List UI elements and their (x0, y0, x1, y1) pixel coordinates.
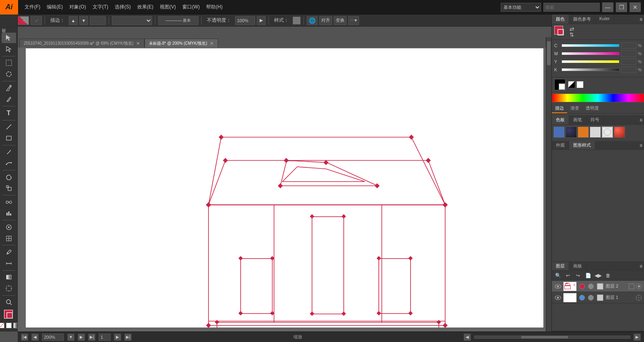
swatch-blue[interactable] (553, 126, 565, 138)
search-input[interactable] (543, 3, 600, 12)
page-input[interactable] (99, 334, 111, 341)
extra-btn[interactable]: ⋯▾ (348, 16, 359, 25)
layers-menu-btn[interactable]: ≡ (586, 262, 644, 270)
appearance-menu-btn[interactable]: ≡ (595, 141, 644, 149)
kuler-tab[interactable]: Kuler (595, 15, 614, 24)
opacity-input[interactable]: 100% (235, 16, 255, 25)
layer1-visibility-icon[interactable] (554, 294, 561, 301)
stroke-sub-tab[interactable]: 描边 (552, 104, 567, 113)
symbols-tab[interactable]: 符号 (586, 115, 604, 124)
graphic-style-tab[interactable]: 图形样式 (569, 141, 595, 149)
m-input[interactable] (621, 50, 636, 57)
stroke-color-btn[interactable]: ⟋ (18, 16, 29, 25)
y-input[interactable] (621, 58, 636, 65)
page-last-btn[interactable]: ▶| (124, 334, 132, 341)
layer-find-btn[interactable]: 🔍 (553, 272, 562, 279)
magic-wand-btn[interactable] (2, 58, 16, 68)
menu-window[interactable]: 窗口(W) (179, 0, 203, 14)
switch-arrows[interactable]: ⇄ ⇄ (570, 26, 574, 38)
gradient-tool-btn[interactable] (2, 272, 16, 282)
scrollbar-thumb[interactable] (547, 41, 551, 65)
scale-tool-btn[interactable] (2, 183, 16, 193)
page-next-btn[interactable]: ▶ (114, 334, 121, 341)
transparency-sub-tab[interactable]: 透明度 (582, 104, 602, 113)
fill-stroke-indicator[interactable] (554, 26, 568, 38)
rect-tool-btn[interactable] (2, 133, 16, 143)
menu-type[interactable]: 文字(T) (89, 0, 111, 14)
next-page-btn[interactable]: ▶ (78, 334, 85, 341)
tab-file2-close[interactable]: ✕ (210, 41, 214, 46)
type-tool-btn[interactable]: T (2, 108, 16, 118)
swatch-light[interactable] (590, 126, 601, 138)
layer2-visibility-icon[interactable] (554, 283, 561, 290)
y-slider[interactable] (561, 60, 619, 63)
symbol-tool-btn[interactable] (2, 222, 16, 232)
layer2-visible-icon[interactable]: ◉ (636, 284, 642, 289)
menu-edit[interactable]: 编辑(E) (43, 0, 66, 14)
layer-back-btn[interactable]: ↩ (564, 272, 572, 279)
black-white-toggle[interactable] (554, 79, 566, 90)
layer-delete-btn[interactable]: 🗑 (604, 272, 613, 279)
line-tool-btn[interactable] (2, 122, 16, 132)
opacity-arrow[interactable]: ▶ (257, 16, 266, 25)
artboard-tab[interactable]: 画板 (569, 262, 586, 270)
swatches-menu-btn[interactable]: ≡ (604, 115, 644, 124)
tab-file1-close[interactable]: ✕ (136, 41, 140, 46)
menu-effect[interactable]: 效果(E) (134, 0, 157, 14)
h-scroll-thumb[interactable] (521, 336, 568, 338)
lasso-btn[interactable] (2, 69, 16, 79)
stroke-style-select[interactable] (112, 16, 152, 25)
h-scroll[interactable] (474, 336, 630, 339)
first-page-btn[interactable]: |◀ (21, 334, 28, 341)
smooth-tool-btn[interactable] (2, 158, 16, 168)
invert-btn[interactable] (568, 81, 575, 88)
transform-btn[interactable]: 变换 (334, 16, 347, 25)
panel-menu-btn[interactable]: ≡ (614, 15, 644, 24)
style-swatch[interactable] (293, 17, 301, 25)
menu-file[interactable]: 文件(F) (21, 0, 43, 14)
m-slider[interactable] (561, 52, 619, 55)
scroll-right-btn[interactable]: ▶ (634, 334, 641, 341)
none-box[interactable] (0, 323, 4, 328)
color-guide-tab[interactable]: 颜色参考 (569, 15, 595, 24)
swatch-red[interactable] (614, 126, 625, 138)
stroke-box[interactable] (6, 312, 13, 319)
prev-page-btn[interactable]: ◀ (31, 334, 39, 341)
menu-help[interactable]: 帮助(H) (203, 0, 226, 14)
rotate-tool-btn[interactable] (2, 172, 16, 182)
white-btn[interactable] (576, 81, 584, 88)
color-tab[interactable]: 颜色 (552, 15, 569, 24)
swatch-orange[interactable] (578, 126, 589, 138)
restore-button[interactable]: ❐ (616, 2, 627, 12)
layer-move-back-btn[interactable]: ◀▶ (594, 272, 603, 279)
color-spectrum[interactable] (552, 93, 644, 102)
vertical-scrollbar[interactable] (546, 37, 551, 332)
menu-object[interactable]: 对象(O) (66, 0, 89, 14)
fill-stroke-boxes[interactable] (2, 308, 15, 321)
layer-row-1[interactable]: 图层 1 ○ (552, 292, 644, 303)
stroke-width-input[interactable] (90, 16, 106, 25)
zoom-dropdown-btn[interactable]: ▼ (67, 334, 74, 341)
globe-btn[interactable]: 🌐 (307, 16, 318, 25)
close-button[interactable]: ✕ (630, 2, 641, 12)
brush-tool-btn[interactable] (2, 94, 16, 104)
swatch-black[interactable] (566, 126, 577, 138)
blend-tool-btn[interactable] (2, 197, 16, 207)
zoom-btn[interactable] (2, 297, 16, 308)
menu-select[interactable]: 选择(S) (111, 0, 134, 14)
menu-view[interactable]: 视图(V) (157, 0, 179, 14)
measure-tool-btn[interactable] (2, 258, 16, 269)
layer2-lock-icon[interactable] (629, 284, 634, 289)
swatches-tab[interactable]: 色板 (552, 115, 569, 124)
c-slider[interactable] (561, 44, 619, 47)
k-input[interactable] (621, 66, 636, 73)
direct-selection-btn[interactable] (2, 44, 16, 54)
tab-file1[interactable]: 25510740_20191130193055450089.ai* @ 69% … (19, 39, 144, 48)
column-graph-btn[interactable] (2, 208, 16, 219)
c-input[interactable] (621, 42, 636, 49)
dash-style-btn[interactable]: ———— 基本 (158, 16, 198, 25)
scroll-left-btn[interactable]: ◀ (464, 334, 471, 341)
stroke-up-btn[interactable]: ▲ (69, 16, 78, 25)
gradient-sub-tab[interactable]: 渐变 (567, 104, 582, 113)
stroke-down-btn[interactable]: ▼ (79, 16, 88, 25)
